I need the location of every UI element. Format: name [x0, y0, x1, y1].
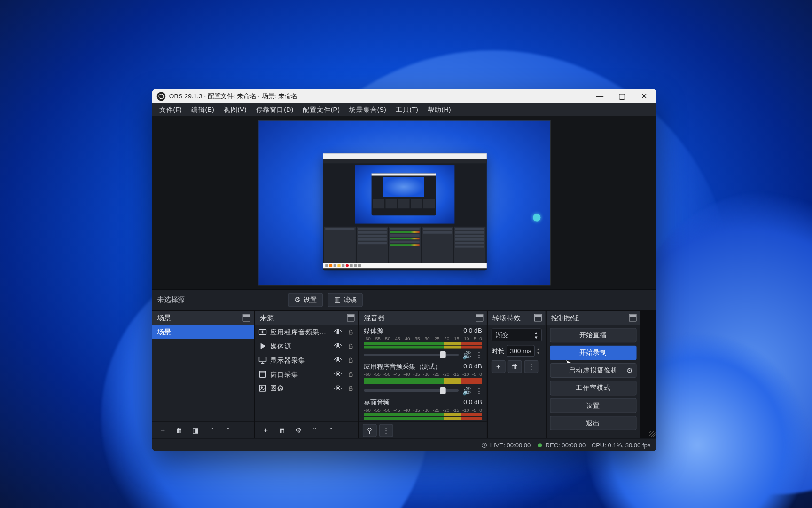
visibility-toggle[interactable]: 👁 — [334, 327, 343, 337]
svg-rect-7 — [259, 385, 265, 391]
menu-dock[interactable]: 停靠窗口(D) — [251, 103, 298, 116]
lock-toggle[interactable] — [346, 329, 354, 335]
scenes-header[interactable]: 场景 — [152, 311, 254, 325]
add-scene-button[interactable]: ＋ — [156, 424, 170, 437]
controls-header[interactable]: 控制按钮 — [547, 311, 640, 325]
svg-rect-9 — [349, 388, 352, 390]
visibility-toggle[interactable]: 👁 — [334, 370, 343, 379]
move-scene-up-button[interactable]: ˆ — [205, 424, 219, 437]
visibility-toggle[interactable]: 👁 — [334, 341, 343, 351]
minimize-button[interactable]: — — [588, 89, 610, 103]
source-filters-button[interactable]: ▥ 滤镜 — [328, 293, 363, 307]
source-properties-button[interactable]: ⚙ — [291, 424, 305, 437]
mixer-menu-button[interactable]: ⋮ — [379, 424, 393, 437]
source-properties-button[interactable]: ⚙ 设置 — [288, 293, 323, 307]
channel-name: 应用程序音频采集（测试） — [364, 363, 441, 372]
source-item[interactable]: 图像👁 — [255, 381, 358, 395]
svg-rect-5 — [259, 371, 265, 377]
channel-menu-button[interactable]: ⋮ — [475, 386, 482, 395]
chevron-updown-icon: ▴▾ — [535, 330, 538, 340]
settings-button[interactable]: 设置 — [550, 398, 636, 413]
scene-item[interactable]: 场景 — [152, 325, 254, 339]
transition-menu-button[interactable]: ⋮ — [524, 360, 539, 373]
start-recording-button[interactable]: 开始录制 ➤ — [550, 346, 636, 360]
lock-toggle[interactable] — [346, 371, 354, 378]
channel-db: 0.0 dB — [463, 363, 482, 372]
duration-spinner[interactable]: ▴▾ — [537, 347, 539, 355]
source-item[interactable]: 媒体源👁 — [255, 339, 358, 353]
mixer-advanced-button[interactable]: ⚲ — [363, 424, 377, 437]
duration-label: 时长 — [492, 346, 504, 355]
gear-icon[interactable]: ⚙ — [626, 366, 633, 374]
sources-header[interactable]: 来源 — [255, 311, 358, 325]
channel-name: 桌面音频 — [364, 398, 390, 407]
channel-menu-button[interactable]: ⋮ — [475, 350, 482, 360]
source-name: 窗口采集 — [270, 370, 330, 379]
stream-status: ⦿ LIVE: 00:00:00 — [481, 441, 531, 448]
add-source-button[interactable]: ＋ — [258, 424, 273, 437]
source-item[interactable]: 显示器采集👁 — [255, 353, 358, 367]
mixer-channel: 应用程序音频采集（测试）0.0 dB-60-55-50-45-40-35-30-… — [359, 361, 486, 397]
visibility-toggle[interactable]: 👁 — [334, 356, 343, 365]
remove-transition-button[interactable]: 🗑 — [508, 360, 522, 373]
remove-source-button[interactable]: 🗑 — [275, 424, 289, 437]
svg-point-8 — [261, 387, 263, 388]
speaker-icon[interactable]: 🔊 — [462, 350, 472, 359]
start-virtual-cam-button[interactable]: 启动虚拟摄像机 ⚙ — [550, 363, 636, 378]
transitions-header[interactable]: 转场特效 — [488, 311, 545, 325]
studio-mode-button[interactable]: 工作室模式 — [550, 381, 636, 395]
image-icon — [258, 384, 266, 392]
preview-area[interactable] — [152, 116, 656, 290]
exit-button[interactable]: 退出 — [550, 416, 636, 430]
menu-edit[interactable]: 编辑(E) — [187, 103, 219, 116]
source-name: 图像 — [270, 384, 330, 393]
volume-slider[interactable] — [364, 354, 459, 356]
visibility-toggle[interactable]: 👁 — [334, 383, 343, 393]
menu-file[interactable]: 文件(F) — [155, 103, 187, 116]
lock-toggle[interactable] — [346, 385, 354, 392]
menu-tools[interactable]: 工具(T) — [391, 103, 423, 116]
close-button[interactable]: ✕ — [633, 89, 655, 103]
popout-icon[interactable] — [629, 314, 636, 321]
scene-filter-button[interactable]: ◨ — [188, 424, 203, 437]
popout-icon[interactable] — [476, 314, 483, 321]
popout-icon[interactable] — [534, 314, 542, 321]
channel-db: 0.0 dB — [463, 398, 482, 407]
title-bar[interactable]: OBS 29.1.3 · 配置文件: 未命名 · 场景: 未命名 — ▢ ✕ — [152, 89, 656, 103]
move-source-up-button[interactable]: ˆ — [308, 424, 322, 437]
lock-toggle[interactable] — [346, 357, 354, 364]
source-name: 媒体源 — [270, 341, 330, 350]
play-icon — [258, 342, 266, 350]
speaker-icon[interactable]: 🔊 — [462, 386, 472, 395]
source-toolbar: 未选择源 ⚙ 设置 ▥ 滤镜 — [152, 289, 656, 310]
mixer-header[interactable]: 混音器 — [359, 311, 486, 325]
transition-duration-input[interactable] — [507, 345, 535, 357]
menu-view[interactable]: 视图(V) — [219, 103, 251, 116]
source-name: 应用程序音频采集（… — [270, 328, 330, 337]
cortana-icon — [533, 214, 540, 221]
sources-dock: 来源 应用程序音频采集（…👁媒体源👁显示器采集👁窗口采集👁图像👁 ＋ 🗑 ⚙ ˆ… — [255, 311, 358, 438]
resize-grip[interactable] — [649, 431, 655, 437]
remove-scene-button[interactable]: 🗑 — [172, 424, 186, 437]
transition-select[interactable]: 渐变 ▴▾ — [492, 328, 542, 341]
menu-profile[interactable]: 配置文件(P) — [298, 103, 344, 116]
popout-icon[interactable] — [347, 314, 354, 321]
record-icon: ⏺ — [537, 441, 543, 448]
source-item[interactable]: 应用程序音频采集（…👁 — [255, 325, 358, 339]
add-transition-button[interactable]: ＋ — [492, 360, 506, 373]
channel-name: 媒体源 — [364, 327, 383, 336]
start-streaming-button[interactable]: 开始直播 — [550, 328, 636, 342]
menu-scene-collection[interactable]: 场景集合(S) — [344, 103, 391, 116]
transitions-dock: 转场特效 渐变 ▴▾ 时长 ▴▾ ＋ 🗑 ⋮ — [488, 311, 545, 438]
popout-icon[interactable] — [243, 314, 250, 321]
window-title: OBS 29.1.3 · 配置文件: 未命名 · 场景: 未命名 — [169, 92, 297, 101]
move-scene-down-button[interactable]: ˇ — [221, 424, 235, 437]
menu-help[interactable]: 帮助(H) — [423, 103, 456, 116]
svg-rect-1 — [349, 332, 352, 334]
lock-toggle[interactable] — [346, 343, 354, 349]
maximize-button[interactable]: ▢ — [611, 89, 633, 103]
volume-slider[interactable] — [364, 389, 459, 392]
preview-canvas[interactable] — [258, 120, 551, 285]
source-item[interactable]: 窗口采集👁 — [255, 367, 358, 381]
move-source-down-button[interactable]: ˇ — [324, 424, 338, 437]
